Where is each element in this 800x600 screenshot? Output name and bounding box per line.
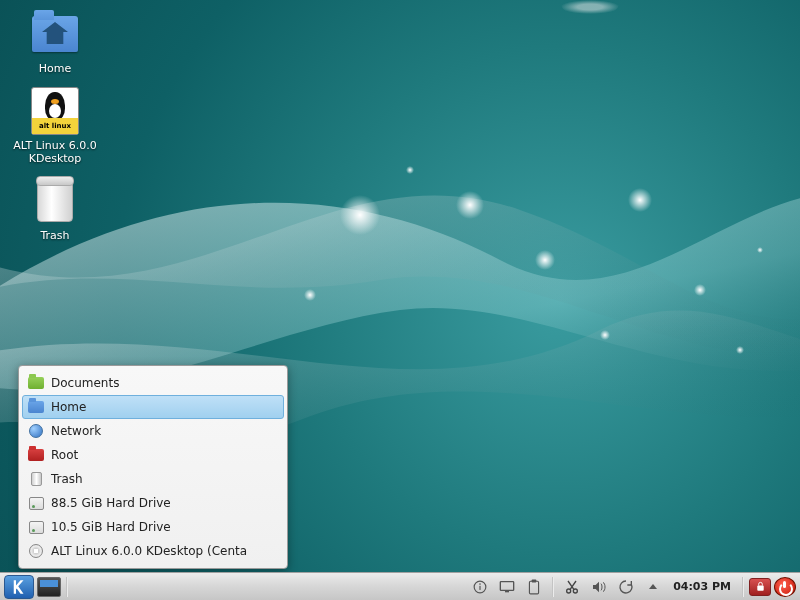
places-menu-item-label: 88.5 GiB Hard Drive: [51, 496, 171, 510]
svg-point-6: [736, 346, 744, 354]
taskbar-separator: [742, 577, 744, 597]
hard-drive-icon: [28, 495, 44, 511]
desktop-icon-alt-linux[interactable]: alt linux ALT Linux 6.0.0 KDesktop: [10, 87, 100, 165]
svg-point-8: [600, 330, 610, 340]
svg-rect-11: [480, 585, 481, 589]
places-menu-item[interactable]: 10.5 GiB Hard Drive: [22, 515, 284, 539]
kde-logo-icon: [10, 578, 28, 596]
svg-point-12: [479, 583, 481, 585]
places-menu-item[interactable]: Documents: [22, 371, 284, 395]
places-menu-item[interactable]: Trash: [22, 467, 284, 491]
desktop-icon-label: Home: [39, 62, 71, 75]
lock-screen-button[interactable]: [749, 578, 771, 596]
places-menu-item[interactable]: ALT Linux 6.0.0 KDesktop (Centa: [22, 539, 284, 563]
desktop-icon-label: ALT Linux 6.0.0 KDesktop: [11, 139, 99, 165]
disc-tray-decoration: [560, 0, 620, 14]
shutdown-button[interactable]: [774, 577, 796, 597]
desktop-icon-home[interactable]: Home: [10, 10, 100, 75]
places-menu-item-label: Home: [51, 400, 86, 414]
desktop-icon-trash[interactable]: Trash: [10, 177, 100, 242]
alt-linux-icon: alt linux: [31, 87, 79, 135]
clipboard-tray-icon[interactable]: [523, 579, 545, 595]
places-menu-item-label: Root: [51, 448, 78, 462]
taskbar-clock[interactable]: 04:03 PM: [667, 580, 737, 593]
svg-point-3: [628, 188, 652, 212]
places-menu-item[interactable]: Home: [22, 395, 284, 419]
trash-mini-icon: [28, 471, 44, 487]
folder-blue-icon: [28, 399, 44, 415]
svg-rect-13: [500, 581, 513, 590]
info-tray-icon[interactable]: [469, 579, 491, 595]
hard-drive-icon: [28, 519, 44, 535]
desktop-icon-label: Trash: [40, 229, 69, 242]
svg-point-4: [694, 284, 706, 296]
taskbar: 04:03 PM: [0, 572, 800, 600]
volume-tray-icon[interactable]: [588, 579, 610, 595]
optical-disc-icon: [28, 543, 44, 559]
system-tray: [469, 576, 664, 598]
globe-icon: [28, 423, 44, 439]
places-menu-item[interactable]: Network: [22, 419, 284, 443]
places-menu-item-label: Documents: [51, 376, 119, 390]
places-menu-item-label: Network: [51, 424, 101, 438]
folder-green-icon: [28, 375, 44, 391]
places-menu-item[interactable]: 88.5 GiB Hard Drive: [22, 491, 284, 515]
k-menu-button[interactable]: [4, 575, 34, 599]
places-menu-item-label: 10.5 GiB Hard Drive: [51, 520, 171, 534]
svg-point-9: [406, 166, 414, 174]
tray-separator: [552, 577, 554, 597]
systray-expand-arrow[interactable]: [642, 576, 664, 598]
folder-red-icon: [28, 447, 44, 463]
svg-rect-14: [505, 591, 509, 592]
home-folder-icon: [32, 16, 78, 52]
taskbar-separator: [66, 577, 68, 597]
places-menu: DocumentsHomeNetworkRootTrash88.5 GiB Ha…: [18, 365, 288, 569]
svg-rect-16: [532, 579, 537, 582]
show-desktop-button[interactable]: [37, 577, 61, 597]
svg-rect-19: [757, 586, 763, 591]
updates-tray-icon[interactable]: [615, 579, 637, 595]
svg-point-2: [535, 250, 555, 270]
places-menu-item-label: Trash: [51, 472, 83, 486]
svg-rect-15: [530, 581, 539, 594]
places-menu-item-label: ALT Linux 6.0.0 KDesktop (Centa: [51, 544, 247, 558]
places-menu-item[interactable]: Root: [22, 443, 284, 467]
klipper-scissors-icon[interactable]: [561, 579, 583, 595]
display-tray-icon[interactable]: [496, 579, 518, 595]
svg-point-1: [456, 191, 484, 219]
svg-point-5: [304, 289, 316, 301]
trash-icon: [37, 180, 73, 222]
svg-point-0: [340, 195, 380, 235]
svg-point-7: [757, 247, 763, 253]
